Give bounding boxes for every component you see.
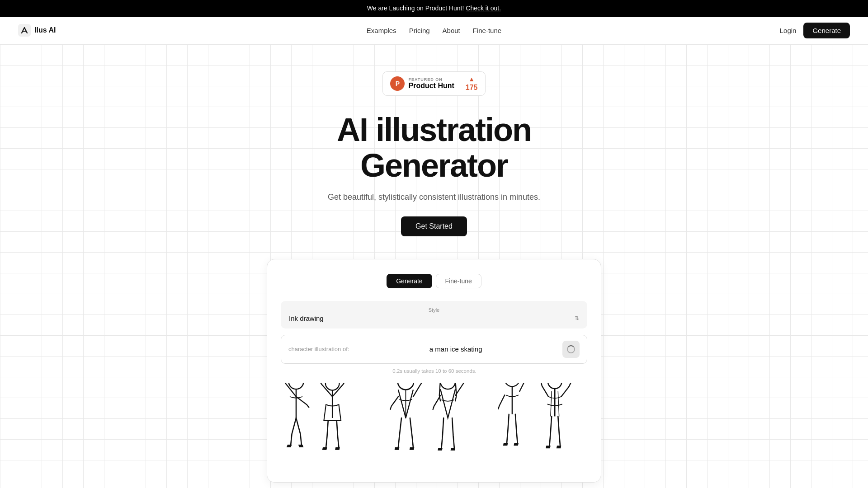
nav-examples[interactable]: Examples — [367, 27, 396, 34]
svg-point-3 — [326, 383, 340, 390]
generate-icon-button[interactable] — [562, 341, 580, 358]
svg-rect-0 — [18, 24, 31, 37]
illus-svg-right — [492, 383, 599, 482]
svg-point-7 — [440, 383, 455, 389]
ph-product-hunt-name: Product Hunt — [408, 82, 454, 90]
tab-generate[interactable]: Generate — [387, 274, 432, 288]
logo-icon — [18, 24, 31, 37]
illus-cell-middle — [378, 383, 490, 482]
main-content: P FEATURED ON Product Hunt ▲ 175 AI illu… — [0, 44, 868, 488]
svg-point-10 — [548, 383, 562, 389]
time-hint: 0.2s usually takes 10 to 60 seconds. — [281, 368, 587, 374]
announcement-bar: We are Lauching on Product Hunt! Check i… — [0, 0, 868, 17]
svg-point-5 — [398, 383, 414, 390]
illus-svg-left — [269, 383, 376, 482]
get-started-button[interactable]: Get Started — [401, 216, 467, 236]
hero-title: AI illustration Generator — [9, 112, 859, 183]
prompt-row: character illustration of: a man ice ska… — [281, 335, 587, 364]
ph-badge-text: FEATURED ON Product Hunt — [408, 77, 454, 90]
logo[interactable]: Ilus AI — [18, 24, 56, 37]
ph-votes: ▲ 175 — [466, 75, 478, 92]
svg-line-12 — [551, 391, 552, 416]
illustration-grid — [267, 383, 601, 482]
ph-badge-left: P FEATURED ON Product Hunt — [390, 76, 454, 91]
announcement-link[interactable]: Check it out. — [466, 5, 501, 12]
illus-svg-middle — [381, 383, 487, 482]
nav-finetune[interactable]: Fine-tune — [473, 27, 501, 34]
style-label: Style — [289, 307, 579, 313]
svg-point-8 — [505, 383, 519, 387]
ph-logo-circle: P — [390, 76, 405, 91]
hero-subtitle: Get beautiful, stylistically consistent … — [9, 192, 859, 202]
svg-line-13 — [558, 391, 559, 416]
logo-text: Ilus AI — [34, 26, 56, 34]
style-value-text: Ink drawing — [289, 314, 324, 322]
ph-featured-label: FEATURED ON — [408, 77, 454, 82]
nav-links: Examples Pricing About Fine-tune — [367, 27, 501, 34]
tab-finetune[interactable]: Fine-tune — [436, 274, 481, 288]
generate-button[interactable]: Generate — [803, 23, 850, 38]
nav-pricing[interactable]: Pricing — [409, 27, 430, 34]
demo-card: Generate Fine-tune Style Ink drawing ⇅ c… — [267, 259, 601, 483]
loading-spinner — [567, 345, 575, 353]
svg-point-1 — [288, 383, 303, 389]
ph-divider — [460, 75, 460, 92]
ph-arrow-icon: ▲ — [468, 75, 475, 83]
ph-vote-count: 175 — [466, 84, 478, 92]
demo-tabs: Generate Fine-tune — [281, 274, 587, 288]
product-hunt-badge[interactable]: P FEATURED ON Product Hunt ▲ 175 — [382, 71, 485, 96]
illus-cell-right — [490, 383, 601, 482]
login-button[interactable]: Login — [780, 27, 797, 34]
navbar-right: Login Generate — [780, 23, 850, 38]
navbar: Ilus AI Examples Pricing About Fine-tune… — [0, 17, 868, 44]
announcement-text: We are Lauching on Product Hunt! — [367, 5, 464, 12]
hero-title-line2: Generator — [360, 147, 508, 183]
style-selector[interactable]: Style Ink drawing ⇅ — [281, 301, 587, 328]
hero-title-line1: AI illustration — [337, 112, 531, 148]
illus-cell-left — [267, 383, 378, 482]
hero-section: P FEATURED ON Product Hunt ▲ 175 AI illu… — [0, 71, 868, 488]
prompt-prefix: character illustration of: — [288, 346, 349, 352]
nav-about[interactable]: About — [443, 27, 460, 34]
style-chevron-icon: ⇅ — [575, 315, 579, 321]
prompt-text[interactable]: a man ice skating — [354, 345, 558, 353]
style-value: Ink drawing ⇅ — [289, 314, 579, 322]
